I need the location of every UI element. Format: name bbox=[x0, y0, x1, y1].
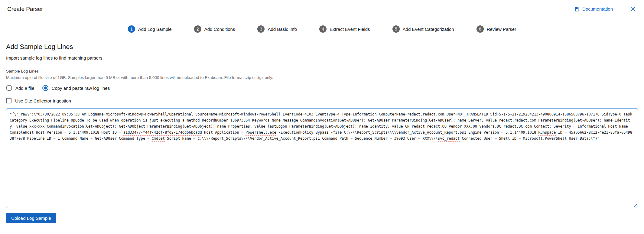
step-connector bbox=[176, 29, 190, 29]
stepper: 1Add Log Sample2Add Conditions3Add Basic… bbox=[0, 25, 644, 33]
page-title: Create Parser bbox=[7, 6, 43, 12]
documentation-label: Documentation bbox=[582, 6, 613, 11]
ingest-method-radio-group: Add a file Copy and paste raw log lines bbox=[6, 85, 638, 91]
log-sample-textarea[interactable]: "{\"_raw\":\"03/30/2022 09:35:38 AM LogN… bbox=[6, 108, 638, 208]
step-add-conditions[interactable]: 2Add Conditions bbox=[194, 25, 235, 33]
site-collector-checkbox-row[interactable]: Use Site Collector Ingestion bbox=[6, 98, 638, 103]
documentation-link[interactable]: Documentation bbox=[574, 6, 613, 12]
step-extract-event-fields[interactable]: 4Extract Event Fields bbox=[319, 25, 370, 33]
radio-copy-and-paste[interactable]: Copy and paste raw log lines bbox=[42, 85, 110, 91]
step-add-basic-info[interactable]: 3Add Basic Info bbox=[257, 25, 297, 33]
section-description: Import sample log lines to find matching… bbox=[6, 55, 638, 60]
main-content: Add Sample Log Lines Import sample log l… bbox=[0, 43, 644, 223]
site-collector-checkbox[interactable] bbox=[6, 98, 11, 103]
step-add-event-categorization[interactable]: 5Add Event Categorization bbox=[392, 25, 454, 33]
step-number: 3 bbox=[257, 25, 265, 33]
documentation-book-icon bbox=[574, 6, 580, 12]
radio-label: Add a file bbox=[15, 86, 34, 91]
radio-circle-unselected bbox=[6, 85, 12, 91]
step-number: 2 bbox=[194, 25, 201, 33]
sample-log-lines-label: Sample Log Lines bbox=[6, 69, 638, 73]
textarea-resize-handle[interactable] bbox=[633, 203, 637, 207]
step-number: 1 bbox=[128, 25, 135, 33]
step-label: Review Parser bbox=[487, 27, 516, 32]
step-review-parser[interactable]: 6Review Parser bbox=[476, 25, 516, 33]
step-connector bbox=[374, 29, 388, 29]
upload-log-sample-button[interactable]: Upload Log Sample bbox=[6, 213, 56, 223]
step-connector bbox=[458, 29, 472, 29]
radio-add-a-file[interactable]: Add a file bbox=[6, 85, 34, 91]
log-sample-input: "{\"_raw\":\"03/30/2022 09:35:38 AM LogN… bbox=[10, 111, 634, 141]
header-divider bbox=[621, 4, 621, 15]
step-label: Add Conditions bbox=[204, 27, 235, 32]
step-connector bbox=[239, 29, 253, 29]
step-label: Add Basic Info bbox=[268, 27, 297, 32]
step-number: 5 bbox=[392, 25, 400, 33]
dialog-header: Create Parser Documentation bbox=[5, 0, 639, 18]
step-number: 6 bbox=[476, 25, 484, 33]
step-connector bbox=[301, 29, 315, 29]
radio-circle-selected bbox=[42, 85, 48, 91]
site-collector-label: Use Site Collector Ingestion bbox=[15, 98, 71, 103]
step-label: Add Log Sample bbox=[138, 27, 172, 32]
close-icon[interactable] bbox=[629, 5, 637, 13]
upload-size-hint: Maximum upload file size of 1GB. Samples… bbox=[6, 75, 638, 80]
step-label: Add Event Categorization bbox=[403, 27, 454, 32]
section-heading: Add Sample Log Lines bbox=[6, 43, 638, 51]
radio-label: Copy and paste raw log lines bbox=[52, 86, 110, 91]
step-number: 4 bbox=[319, 25, 327, 33]
step-label: Extract Event Fields bbox=[330, 27, 370, 32]
header-actions: Documentation bbox=[574, 4, 637, 15]
step-add-log-sample[interactable]: 1Add Log Sample bbox=[128, 25, 172, 33]
